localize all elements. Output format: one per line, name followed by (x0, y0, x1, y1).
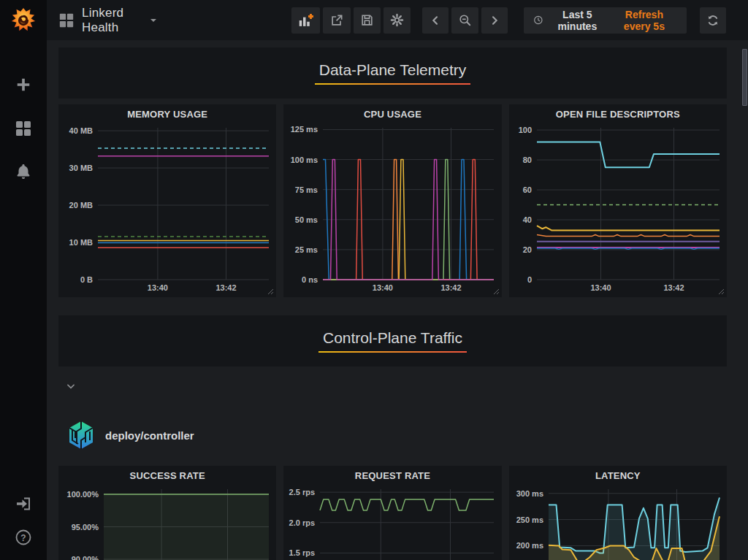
time-forward-button[interactable] (481, 7, 508, 34)
scrollbar-track[interactable] (741, 40, 748, 560)
gear-icon (390, 13, 404, 27)
plus-icon (15, 77, 31, 93)
request-rate-chart[interactable]: 13:4013:422.5 rps2.0 rps1.5 rps1.0 rps (285, 485, 500, 560)
svg-text:13:40: 13:40 (373, 283, 393, 292)
svg-text:10 MB: 10 MB (69, 238, 93, 247)
row-collapse-button[interactable] (63, 378, 79, 394)
panel-row-controller: SUCCESS RATE 13:4013:42100.00%95.00%90.0… (58, 466, 727, 560)
svg-text:20 MB: 20 MB (69, 201, 93, 210)
sidebar-item-help[interactable]: ? (0, 521, 47, 554)
panel-title-success-rate[interactable]: SUCCESS RATE (58, 466, 276, 485)
section-title-control-plane: Control-Plane Traffic (318, 329, 467, 353)
chevron-down-icon (66, 381, 76, 391)
panel-latency: LATENCY 13:4013:42300 ms250 ms200 ms150 … (509, 466, 727, 560)
dashboard-picker[interactable]: Linkerd Health (58, 6, 156, 35)
time-range-label: Last 5 minutes (549, 9, 606, 32)
resize-handle-icon[interactable] (717, 288, 725, 295)
svg-text:?: ? (20, 533, 26, 543)
svg-text:300 ms: 300 ms (516, 489, 543, 498)
svg-text:0 B: 0 B (80, 275, 93, 284)
sidebar-item-sign-in[interactable] (0, 487, 47, 521)
panel-cpu-usage: CPU USAGE 13:4013:42125 ms100 ms75 ms50 … (283, 104, 501, 297)
svg-text:13:40: 13:40 (590, 283, 611, 292)
share-icon (329, 13, 344, 28)
resize-handle-icon[interactable] (492, 288, 500, 295)
svg-text:30 MB: 30 MB (69, 164, 93, 172)
svg-text:100: 100 (518, 126, 531, 134)
sidebar-item-create[interactable] (0, 68, 47, 101)
share-button[interactable] (323, 7, 351, 34)
workload-group: deploy/controller (58, 419, 727, 451)
row-collapse (58, 375, 727, 397)
chevron-right-icon (489, 15, 500, 26)
panel-open-file-descriptors: OPEN FILE DESCRIPTORS 13:4013:4210080604… (509, 104, 727, 297)
panel-success-rate: SUCCESS RATE 13:4013:42100.00%95.00%90.0… (58, 466, 276, 560)
dashboard-content: Data-Plane Telemetry MEMORY USAGE 13:401… (47, 40, 748, 560)
resize-handle-icon[interactable] (267, 288, 274, 295)
panel-row-telemetry: MEMORY USAGE 13:4013:4240 MB30 MB20 MB10… (58, 104, 727, 297)
section-title-data-plane: Data-Plane Telemetry (315, 61, 471, 85)
grafana-logo-icon (9, 7, 37, 34)
clock-icon (533, 14, 543, 26)
zoom-out-button[interactable] (451, 7, 478, 34)
settings-button[interactable] (383, 7, 411, 34)
svg-text:100 ms: 100 ms (291, 156, 318, 164)
save-icon (360, 13, 374, 27)
svg-text:40 MB: 40 MB (69, 126, 93, 135)
svg-text:0: 0 (527, 275, 532, 284)
svg-text:1.5 rps: 1.5 rps (289, 548, 315, 557)
svg-text:40: 40 (522, 215, 531, 224)
sidebar: ? (0, 0, 47, 560)
success-rate-chart[interactable]: 13:4013:42100.00%95.00%90.00%85.00% (60, 485, 275, 560)
dashboard-title: Linkerd Health (82, 6, 142, 35)
cpu-usage-chart[interactable]: 13:4013:42125 ms100 ms75 ms50 ms25 ms0 n… (285, 123, 500, 294)
svg-text:13:42: 13:42 (441, 283, 462, 292)
sidebar-item-alerting[interactable] (0, 155, 47, 188)
section-header-control-plane: Control-Plane Traffic (58, 315, 727, 367)
sidebar-item-dashboards[interactable] (0, 112, 47, 145)
svg-text:20: 20 (522, 245, 531, 254)
refresh-button[interactable] (700, 7, 726, 34)
memory-usage-chart[interactable]: 13:4013:4240 MB30 MB20 MB10 MB0 B (60, 123, 275, 294)
toolbar (291, 7, 411, 34)
svg-text:250 ms: 250 ms (516, 515, 543, 524)
panel-title-open-file-descriptors[interactable]: OPEN FILE DESCRIPTORS (509, 104, 727, 123)
panel-title-latency[interactable]: LATENCY (509, 466, 727, 485)
svg-text:25 ms: 25 ms (295, 245, 318, 254)
time-nav (422, 7, 508, 34)
scrollbar-thumb[interactable] (742, 49, 747, 106)
panel-title-request-rate[interactable]: REQUEST RATE (283, 466, 501, 485)
svg-text:13:42: 13:42 (215, 283, 236, 292)
svg-text:100.00%: 100.00% (67, 490, 99, 499)
help-icon: ? (15, 529, 32, 546)
panel-title-memory-usage[interactable]: MEMORY USAGE (58, 104, 276, 123)
grafana-logo[interactable] (0, 0, 47, 40)
panel-request-rate: REQUEST RATE 13:4013:422.5 rps2.0 rps1.5… (283, 466, 501, 560)
svg-text:2.0 rps: 2.0 rps (289, 518, 315, 527)
linkerd-logo-icon (67, 421, 95, 450)
dashboards-grid-icon (15, 120, 32, 137)
svg-text:95.00%: 95.00% (72, 523, 99, 532)
svg-text:13:42: 13:42 (663, 283, 684, 292)
latency-chart[interactable]: 13:4013:42300 ms250 ms200 ms150 ms (511, 485, 725, 560)
add-panel-icon (298, 13, 313, 28)
add-panel-button[interactable] (291, 7, 320, 34)
sign-in-icon (15, 495, 32, 513)
time-back-button[interactable] (422, 7, 449, 34)
svg-text:13:40: 13:40 (148, 283, 168, 292)
caret-down-icon (150, 19, 156, 22)
svg-text:2.5 rps: 2.5 rps (289, 488, 315, 496)
svg-text:60: 60 (522, 185, 531, 194)
svg-text:200 ms: 200 ms (516, 541, 543, 550)
top-navbar: Linkerd Health (47, 0, 748, 40)
refresh-interval-label: Refresh every 5s (611, 9, 677, 32)
zoom-out-icon (458, 13, 472, 27)
open-file-descriptors-chart[interactable]: 13:4013:42100806040200 (511, 123, 725, 294)
svg-text:90.00%: 90.00% (72, 555, 99, 560)
panel-title-cpu-usage[interactable]: CPU USAGE (283, 104, 501, 123)
time-picker-button[interactable]: Last 5 minutes Refresh every 5s (524, 7, 687, 34)
svg-text:125 ms: 125 ms (291, 125, 318, 134)
save-button[interactable] (354, 7, 381, 34)
panel-memory-usage: MEMORY USAGE 13:4013:4240 MB30 MB20 MB10… (58, 104, 276, 297)
svg-text:80: 80 (522, 156, 531, 164)
